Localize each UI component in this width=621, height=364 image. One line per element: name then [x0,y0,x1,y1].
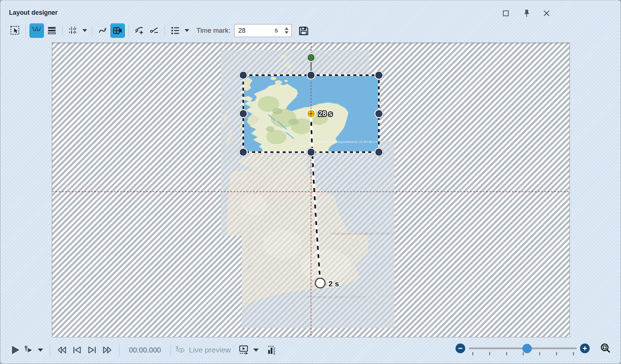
play-from-marker-button[interactable] [22,343,36,357]
toolbar-separator [128,25,129,36]
play-button[interactable] [8,343,22,357]
selection-arrow-icon [10,26,20,36]
dashed-curves-icon [32,26,42,36]
stacked-rows-icon [47,26,57,36]
playback-time: 00:00.000 [124,346,166,354]
path-tool-button[interactable] [96,24,109,37]
pin-icon [523,9,530,17]
preview-options-dropdown[interactable] [251,343,261,357]
fast-forward-button[interactable] [100,343,115,357]
zoom-out-button[interactable] [455,343,465,353]
chevron-down-icon [82,29,87,32]
minus-icon [458,346,463,351]
map-element-extent-lower [242,141,395,328]
grid-options-dropdown[interactable] [81,24,88,37]
layers-tool-button[interactable] [45,24,59,37]
maximize-button[interactable] [501,9,511,18]
camera-pan-tool-button[interactable] [110,23,125,38]
preview-window-icon [238,345,249,355]
spline-curve-icon [98,26,108,36]
chevron-down-icon [285,31,289,34]
toolbar-separator [92,25,92,36]
fast-forward-icon [102,345,113,355]
keyframe-list-button[interactable] [168,24,182,37]
plus-icon [583,346,587,351]
grid-tool-button[interactable] [66,24,80,37]
window-title: Layout designer [9,9,58,17]
previous-frame-icon [72,345,82,355]
chevron-down-icon [185,29,189,32]
gauge-panel-button[interactable] [264,343,279,357]
list-icon [170,26,180,36]
curve-plus-icon [134,26,144,36]
chevron-down-icon [253,349,259,352]
curve-minus-icon [149,26,159,36]
previous-frame-button[interactable] [69,343,85,357]
time-mark-spinner [283,25,290,36]
grid-icon [68,26,78,36]
spinner-down-button[interactable] [285,31,289,34]
bar-gauge-icon [267,345,277,355]
zoom-slider-ticks [469,352,577,356]
layout-canvas[interactable]: © OpenStreetMap.org contributors, CC BY-… [52,42,570,337]
time-mark-input[interactable] [237,25,271,36]
live-preview-toggle[interactable]: Live preview [175,346,231,354]
spinner-up-button[interactable] [285,27,289,30]
magnifier-fit-icon [600,343,611,354]
titlebar: Layout designer [0,0,621,21]
selected-map-element[interactable]: © OpenStreetMap.org contributors, CC BY-… [243,75,379,152]
curve-edit-tool-button[interactable] [30,23,44,38]
toolbar-separator [26,25,26,36]
add-keyframe-button[interactable] [132,24,146,37]
camera-pan-icon [113,26,123,36]
playback-separator [171,343,171,356]
play-icon [10,345,20,355]
scotland-map: © OpenStreetMap.org contributors, CC BY-… [243,75,379,152]
time-mark-field: s [234,24,292,37]
play-from-marker-icon [24,345,33,355]
toolbar-separator [62,25,63,36]
play-options-dropdown[interactable] [36,343,45,357]
next-frame-icon [87,345,98,355]
layout-designer-window: Layout designer [0,0,621,364]
zoom-in-button[interactable] [580,343,590,353]
time-mark-label: Time mark: [196,27,230,35]
rewind-icon [56,345,67,355]
floppy-disk-icon [298,25,309,36]
time-mark-unit: s [275,27,278,34]
rewind-button[interactable] [54,343,69,357]
main-toolbar: Time mark: s [5,22,616,39]
save-button[interactable] [297,24,310,37]
preview-window-button[interactable] [236,343,251,357]
keyframe-list-dropdown[interactable] [183,24,190,37]
pin-eye-icon [175,346,185,354]
close-icon [543,10,550,17]
toolbar-separator [164,25,165,36]
playback-separator [119,343,119,356]
maximize-icon [503,10,509,17]
select-tool-button[interactable] [8,24,22,37]
next-frame-button[interactable] [85,343,100,357]
map-attribution: © OpenStreetMap.org contributors, CC BY-… [313,140,377,144]
playback-separator [50,343,50,356]
live-preview-label: Live preview [189,346,231,354]
chevron-up-icon [285,27,289,30]
canvas-zoom-control [455,340,614,360]
chevron-down-icon [38,349,43,352]
close-button[interactable] [542,9,551,18]
remove-keyframe-button[interactable] [147,24,161,37]
pin-button[interactable] [522,9,531,18]
zoom-to-fit-button[interactable] [599,342,612,354]
